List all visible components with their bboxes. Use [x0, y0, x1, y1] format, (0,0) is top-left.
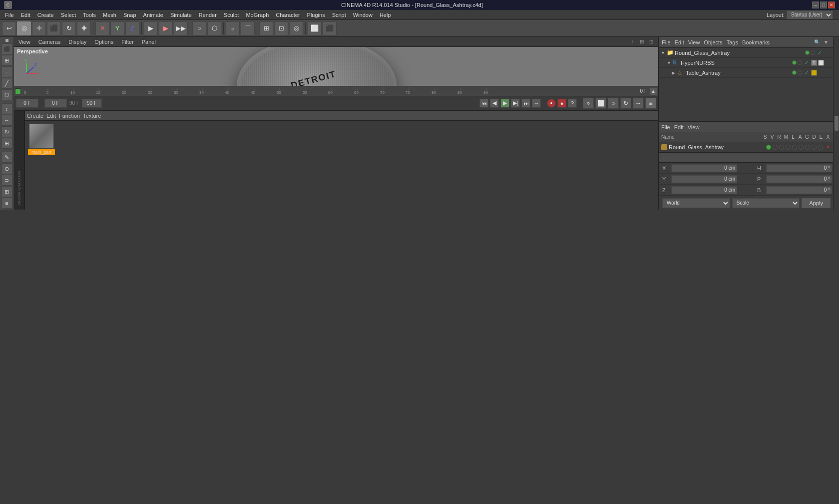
coord-x-input[interactable]: [671, 164, 737, 172]
auto-record-button[interactable]: ●: [557, 99, 566, 108]
vp-menu-panel[interactable]: Panel: [140, 39, 157, 45]
menu-window[interactable]: Window: [350, 11, 376, 18]
menu-sculpt[interactable]: Sculpt: [221, 11, 242, 18]
menu-mesh[interactable]: Mesh: [100, 11, 119, 18]
menu-simulate[interactable]: Simulate: [167, 11, 195, 18]
grid-left[interactable]: ⊞: [1, 186, 12, 197]
menu-plugins[interactable]: Plugins: [304, 11, 328, 18]
render-active[interactable]: ▶: [159, 21, 173, 35]
menu-tools[interactable]: Tools: [80, 11, 99, 18]
om-expand-table[interactable]: ▶: [672, 70, 677, 75]
mat-menu-texture[interactable]: Texture: [83, 113, 101, 119]
bend-tool[interactable]: ⌒: [241, 21, 255, 35]
scale-tool[interactable]: ⬛: [47, 21, 61, 35]
timeline-ruler[interactable]: 0 5 10 15 20 25 30 35: [14, 86, 658, 96]
cam-tool[interactable]: ⊡: [274, 21, 288, 35]
record-rot-button[interactable]: ↻: [620, 98, 631, 109]
model-mode[interactable]: ⬛: [1, 43, 12, 54]
menu-mograph[interactable]: MoGraph: [243, 11, 272, 18]
om-render-dot[interactable]: [811, 50, 815, 55]
edge-mode[interactable]: ╱: [1, 78, 12, 89]
key-button[interactable]: ⋄: [583, 98, 594, 109]
rotate-left[interactable]: ↻: [1, 126, 12, 137]
om-filter-icon[interactable]: ▼: [822, 38, 830, 46]
y-tool[interactable]: Y: [110, 21, 124, 35]
coord-p-input[interactable]: [766, 175, 832, 183]
frame-current-input[interactable]: [16, 99, 38, 108]
frame-start-input[interactable]: [44, 99, 67, 108]
mat-menu-create[interactable]: Create: [27, 113, 43, 119]
coord-y-input[interactable]: [671, 175, 737, 183]
record-button[interactable]: ●: [547, 99, 556, 108]
record-pos-button[interactable]: ○: [608, 98, 619, 109]
prev-frame-button[interactable]: ◀: [490, 99, 499, 108]
vp-menu-cameras[interactable]: Cameras: [37, 39, 62, 45]
props-file[interactable]: File: [661, 124, 670, 130]
right-scrollbar[interactable]: [833, 37, 839, 210]
add-tool[interactable]: ✚: [77, 21, 91, 35]
scrollbar-thumb[interactable]: [835, 116, 839, 131]
om-visible-dot-h[interactable]: [792, 60, 797, 65]
floor-tool[interactable]: ⬜: [308, 21, 322, 35]
coord-world-select[interactable]: World: [662, 198, 730, 208]
menu-file[interactable]: File: [2, 11, 17, 18]
next-frame-button[interactable]: ▶|: [511, 99, 520, 108]
coord-scale-select[interactable]: Scale: [732, 198, 800, 208]
frame-end-input[interactable]: [82, 99, 102, 108]
grid-tool[interactable]: ⊞: [259, 21, 273, 35]
render-all[interactable]: ▶▶: [174, 21, 188, 35]
om-file[interactable]: File: [662, 39, 671, 45]
props-dot-v[interactable]: [773, 145, 778, 150]
props-dot-l[interactable]: [792, 145, 797, 150]
om-row-table[interactable]: ▶ △ Table_Ashtray ✓: [659, 68, 833, 78]
ruler-track[interactable]: 0 5 10 15 20 25 30 35: [22, 87, 629, 96]
transform-left[interactable]: ⊞: [1, 138, 12, 149]
material-swatch[interactable]: main_part: [28, 124, 55, 155]
om-search-icon[interactable]: 🔍: [813, 38, 821, 46]
props-dot-m[interactable]: [786, 145, 791, 150]
move-left[interactable]: ↕: [1, 103, 12, 114]
mat-menu-function[interactable]: Function: [59, 113, 80, 119]
vp-menu-filter[interactable]: Filter: [120, 39, 135, 45]
vp-icon-2[interactable]: ⊞: [638, 38, 646, 46]
menu-edit[interactable]: Edit: [18, 11, 33, 18]
om-expand-hypernurbs[interactable]: ▼: [667, 60, 672, 65]
om-render-dot-t[interactable]: [798, 70, 802, 75]
vp-menu-view[interactable]: View: [17, 39, 32, 45]
menu-help[interactable]: Help: [377, 11, 394, 18]
om-row-ashtray[interactable]: ▼ 📁 Round_Glass_Ashtray ✓: [659, 48, 833, 58]
move-tool[interactable]: ✛: [32, 21, 46, 35]
vp-menu-options[interactable]: Options: [93, 39, 115, 45]
om-objects[interactable]: Objects: [704, 39, 722, 45]
x-tool[interactable]: ✕: [95, 21, 109, 35]
render-region[interactable]: ▶: [144, 21, 158, 35]
mat-menu-edit[interactable]: Edit: [46, 113, 56, 119]
scale-left[interactable]: ↔: [1, 115, 12, 126]
texture-mode[interactable]: ⊞: [1, 55, 12, 66]
menu-create[interactable]: Create: [34, 11, 57, 18]
om-view[interactable]: View: [688, 39, 700, 45]
magnet-left[interactable]: ⊃: [1, 175, 12, 186]
props-edit[interactable]: Edit: [674, 124, 684, 130]
props-dot-e[interactable]: [818, 145, 823, 150]
viewport-canvas[interactable]: Perspective DETROIT -VS- EVERYBODY.: [14, 47, 658, 86]
om-expand-ashtray[interactable]: ▼: [661, 50, 666, 55]
vp-menu-display[interactable]: Display: [67, 39, 88, 45]
point-mode[interactable]: ·: [1, 66, 12, 77]
props-dot-g[interactable]: [805, 145, 810, 150]
menu-character[interactable]: Character: [273, 11, 303, 18]
om-tags[interactable]: Tags: [727, 39, 738, 45]
props-row-ashtray[interactable]: Round_Glass_Ashtray ✕: [659, 142, 834, 152]
props-dot-d[interactable]: [812, 145, 817, 150]
undo-button[interactable]: ↩: [2, 21, 16, 35]
bounce-button[interactable]: ↔: [532, 99, 541, 108]
om-render-dot-h[interactable]: [798, 60, 802, 65]
goto-start-button[interactable]: ⏮: [479, 99, 488, 108]
apply-button[interactable]: Apply: [802, 198, 831, 208]
minimize-button[interactable]: ─: [812, 1, 819, 8]
om-edit[interactable]: Edit: [675, 39, 684, 45]
goto-end-button[interactable]: ⏭: [521, 99, 530, 108]
om-bookmarks[interactable]: Bookmarks: [742, 39, 770, 45]
maximize-button[interactable]: □: [820, 1, 827, 8]
coord-b-input[interactable]: [766, 186, 832, 194]
